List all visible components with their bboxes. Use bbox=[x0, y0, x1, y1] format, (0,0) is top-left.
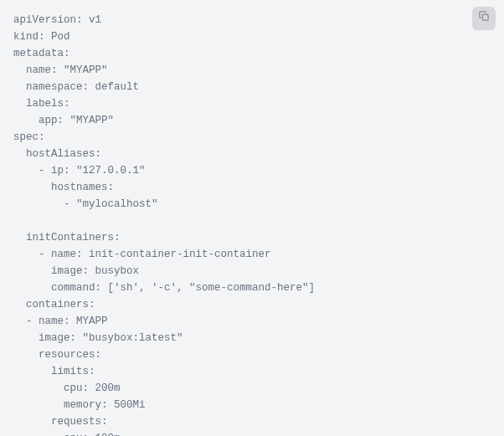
copy-icon bbox=[478, 10, 491, 27]
code-block: apiVersion: v1 kind: Pod metadata: name:… bbox=[0, 0, 504, 436]
yaml-code: apiVersion: v1 kind: Pod metadata: name:… bbox=[13, 12, 491, 436]
svg-rect-0 bbox=[482, 14, 488, 20]
copy-button[interactable] bbox=[472, 7, 496, 30]
